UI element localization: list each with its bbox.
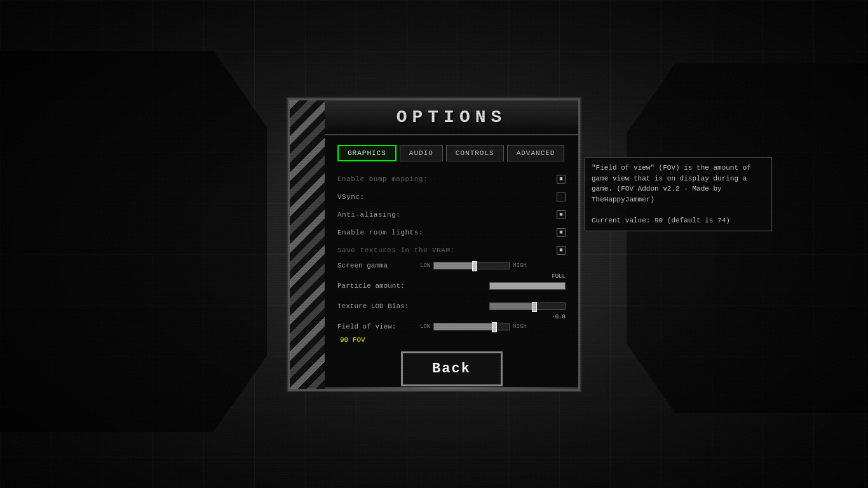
setting-fov: Field of view: LOW HIGH: [337, 323, 566, 330]
room-lights-label: Enable room lights:: [337, 229, 557, 236]
fov-low-label: LOW: [420, 323, 430, 330]
tab-controls[interactable]: CONTROLS: [446, 145, 504, 161]
left-decoration: [0, 51, 267, 432]
particle-slider-wrap: FULL: [489, 282, 566, 290]
save-textures-label: Save textures in the VRAM:: [337, 247, 557, 254]
gamma-slider-wrap: LOW HIGH: [420, 262, 527, 269]
back-button[interactable]: Back: [401, 351, 503, 386]
setting-bump-mapping: Enable bump mapping:: [337, 173, 566, 186]
options-dialog: OPTIONS GRAPHICS AUDIO CONTROLS ADVANCED…: [288, 98, 580, 391]
setting-vsync: VSync:: [337, 191, 566, 203]
vsync-label: VSync:: [337, 193, 557, 201]
bottom-border: [325, 387, 578, 389]
stripe-border: [290, 100, 325, 389]
fov-label: Field of view:: [337, 323, 420, 330]
save-textures-checkbox[interactable]: [557, 246, 566, 255]
bump-mapping-label: Enable bump mapping:: [337, 175, 557, 183]
tab-bar: GRAPHICS AUDIO CONTROLS ADVANCED: [337, 145, 566, 161]
anti-aliasing-checkbox[interactable]: [557, 210, 566, 219]
fov-high-label: HIGH: [513, 323, 527, 330]
particle-slider[interactable]: [489, 282, 566, 290]
fov-value-row: 90 FOV: [339, 334, 566, 345]
tooltip-box: "Field of view" (FOV) is the amount of g…: [585, 157, 772, 231]
lod-label: Texture LOD Bias:: [337, 302, 489, 310]
fov-current-value: 90 FOV: [340, 336, 365, 344]
dialog-title: OPTIONS: [397, 107, 507, 127]
setting-room-lights: Enable room lights:: [337, 226, 566, 239]
tooltip-text: "Field of view" (FOV) is the amount of g…: [592, 164, 755, 224]
anti-aliasing-label: Anti-aliasing:: [337, 211, 557, 219]
room-lights-checkbox[interactable]: [557, 228, 566, 237]
lod-value: -0.8: [552, 314, 566, 320]
lod-slider[interactable]: [489, 302, 566, 310]
fov-slider-wrap: LOW HIGH: [420, 323, 527, 330]
gamma-high-label: HIGH: [513, 262, 527, 269]
tab-audio[interactable]: AUDIO: [400, 145, 443, 161]
title-bar: OPTIONS: [325, 100, 578, 135]
setting-screen-gamma: Screen gamma LOW HIGH: [337, 262, 566, 269]
tab-advanced[interactable]: ADVANCED: [507, 145, 565, 161]
content-area: GRAPHICS AUDIO CONTROLS ADVANCED Enable …: [325, 135, 578, 389]
particle-full-label: FULL: [552, 273, 566, 280]
gamma-low-label: LOW: [420, 262, 430, 269]
setting-anti-aliasing: Anti-aliasing:: [337, 208, 566, 221]
particle-label: Particle amount:: [337, 282, 489, 290]
tab-graphics[interactable]: GRAPHICS: [337, 145, 397, 161]
setting-particle-amount: Particle amount: FULL: [337, 282, 566, 290]
vsync-checkbox[interactable]: [557, 193, 566, 201]
bump-mapping-checkbox[interactable]: [557, 175, 566, 184]
screen-gamma-label: Screen gamma: [337, 262, 420, 269]
gamma-slider-track[interactable]: [433, 262, 510, 269]
fov-slider[interactable]: [433, 323, 510, 330]
right-decoration: [627, 64, 868, 413]
lod-slider-wrap: -0.8: [489, 302, 566, 310]
setting-texture-lod: Texture LOD Bias: -0.8: [337, 302, 566, 310]
setting-save-textures: Save textures in the VRAM:: [337, 244, 566, 257]
